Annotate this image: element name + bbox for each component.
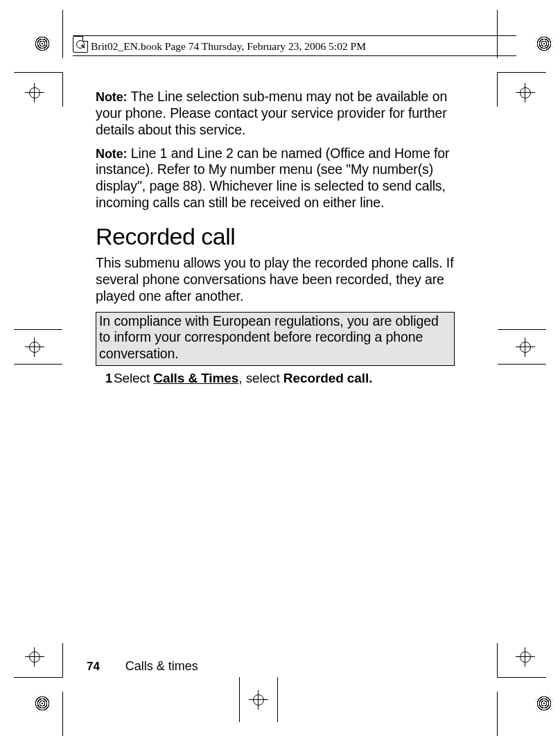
- section-intro: This submenu allows you to play the reco…: [96, 255, 455, 304]
- page-footer: 74 Calls & times: [87, 659, 198, 674]
- registration-mark-icon: [535, 694, 553, 712]
- registration-mark-icon: [535, 35, 553, 53]
- page-body: Note: The Line selection sub-menu may no…: [96, 89, 455, 387]
- step-text: , select: [238, 371, 283, 385]
- step-line: 1Select Calls & Times, select Recorded c…: [105, 370, 455, 387]
- step-text: Select: [114, 371, 153, 385]
- note-label: Note:: [96, 90, 128, 104]
- note-label: Note:: [96, 147, 128, 161]
- crop-mark-icon: [498, 58, 546, 107]
- page: Brit02_EN.book Page 74 Thursday, Februar…: [0, 0, 560, 736]
- note-paragraph: Note: Line 1 and Line 2 can be named (Of…: [96, 146, 455, 211]
- document-icon: [73, 36, 88, 53]
- registration-mark-icon: [33, 694, 51, 712]
- crop-mark-icon: [498, 329, 546, 330]
- note-text: Line 1 and Line 2 can be named (Office a…: [96, 146, 449, 211]
- crop-mark-icon: [14, 329, 62, 330]
- note-paragraph: Note: The Line selection sub-menu may no…: [96, 89, 455, 139]
- callout-box: In compliance with European regulations,…: [96, 312, 455, 366]
- step-number: 1: [105, 371, 112, 385]
- section-heading: Recorded call: [96, 222, 455, 251]
- crop-mark-icon: [14, 58, 62, 107]
- menu-path: Calls & Times: [153, 371, 238, 385]
- note-text: The Line selection sub-menu may not be a…: [96, 89, 447, 137]
- chapter-title: Calls & times: [125, 659, 198, 673]
- registration-mark-icon: [33, 35, 51, 53]
- menu-item: Recorded call.: [283, 371, 372, 385]
- crop-mark-icon: [14, 643, 62, 692]
- page-number: 74: [87, 660, 100, 673]
- header-text: Brit02_EN.book Page 74 Thursday, Februar…: [91, 40, 366, 53]
- crop-mark-icon: [498, 643, 546, 692]
- page-header: Brit02_EN.book Page 74 Thursday, Februar…: [73, 31, 516, 59]
